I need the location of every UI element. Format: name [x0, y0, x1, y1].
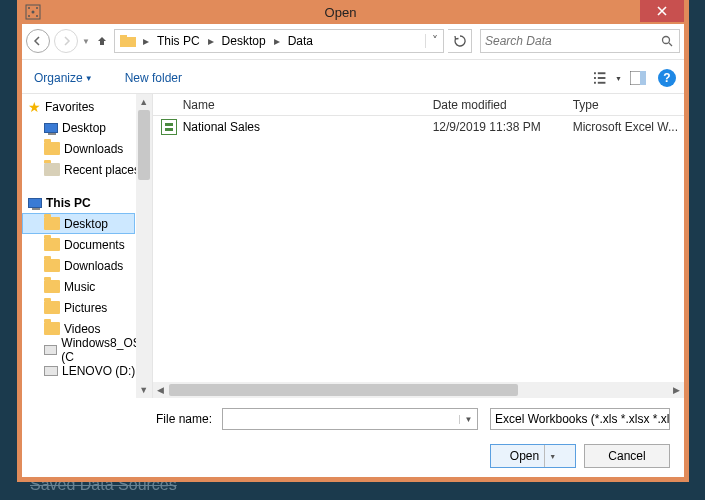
- drive-icon: [44, 345, 57, 355]
- folder-icon: [44, 301, 60, 314]
- svg-rect-9: [594, 72, 596, 74]
- excel-file-icon: [161, 119, 177, 135]
- close-icon: [657, 6, 667, 16]
- star-icon: ★: [28, 99, 41, 115]
- preview-pane-icon: [630, 71, 646, 85]
- tree-pc-desktop[interactable]: Desktop: [22, 213, 135, 234]
- scroll-left-icon[interactable]: ◀: [153, 385, 169, 395]
- scroll-up-icon[interactable]: ▲: [136, 94, 152, 110]
- organize-menu[interactable]: Organize▼: [30, 67, 97, 89]
- file-type-filter[interactable]: Excel Workbooks (*.xls *.xlsx *.xl ▼: [490, 408, 670, 430]
- help-button[interactable]: ?: [658, 69, 676, 87]
- back-button[interactable]: [26, 29, 50, 53]
- column-date[interactable]: Date modified: [433, 98, 573, 112]
- svg-rect-6: [120, 37, 136, 47]
- chevron-right-icon[interactable]: ▸: [270, 34, 284, 48]
- tree-favorites[interactable]: ★Favorites: [22, 96, 152, 117]
- svg-rect-10: [594, 77, 596, 79]
- preview-pane-button[interactable]: [624, 66, 652, 90]
- folder-icon: [44, 163, 60, 176]
- title-bar: Open: [22, 0, 684, 24]
- folder-icon: [44, 238, 60, 251]
- column-type[interactable]: Type: [573, 98, 684, 112]
- chevron-down-icon[interactable]: ▼: [544, 445, 556, 467]
- filter-label: Excel Workbooks (*.xls *.xlsx *.xl: [495, 412, 670, 426]
- chevron-down-icon: ▼: [670, 415, 671, 424]
- tree-pc-music[interactable]: Music: [22, 276, 152, 297]
- search-icon[interactable]: [655, 35, 679, 47]
- svg-point-1: [32, 11, 35, 14]
- tree-pc-downloads[interactable]: Downloads: [22, 255, 152, 276]
- breadcrumb-data[interactable]: Data: [284, 34, 317, 48]
- tree-fav-desktop[interactable]: Desktop: [22, 117, 152, 138]
- chevron-right-icon[interactable]: ▸: [204, 34, 218, 48]
- filename-row: File name: ▼ Excel Workbooks (*.xls *.xl…: [36, 408, 670, 430]
- tree-label: Pictures: [64, 301, 107, 315]
- breadcrumb-desktop[interactable]: Desktop: [218, 34, 270, 48]
- scroll-thumb[interactable]: [138, 110, 150, 180]
- view-options-button[interactable]: ▼: [594, 66, 622, 90]
- svg-point-3: [36, 7, 38, 9]
- forward-button[interactable]: [54, 29, 78, 53]
- horizontal-scrollbar[interactable]: ◀ ▶: [153, 382, 684, 398]
- tree-pc-pictures[interactable]: Pictures: [22, 297, 152, 318]
- tree-pc-win8[interactable]: Windows8_OS (C: [22, 339, 152, 360]
- recent-dropdown-icon[interactable]: ▼: [82, 37, 90, 46]
- folder-icon: [44, 142, 60, 155]
- breadcrumb-dropdown-icon[interactable]: ˅: [425, 34, 443, 48]
- svg-rect-13: [598, 77, 606, 79]
- up-arrow-icon: [96, 35, 108, 47]
- scroll-track[interactable]: [169, 384, 668, 396]
- forward-arrow-icon: [61, 36, 71, 46]
- open-dialog: Open ▼ ▸ This PC ▸ Desktop ▸ Data ˅ Orga…: [17, 0, 689, 482]
- column-headers: Name Date modified Type: [153, 94, 684, 116]
- tree-scrollbar[interactable]: ▲ ▼: [136, 94, 152, 398]
- folder-icon: [44, 217, 60, 230]
- filename-input[interactable]: [223, 412, 459, 426]
- tree-fav-recent[interactable]: Recent places: [22, 159, 152, 180]
- nav-tree: ★Favorites Desktop Downloads Recent plac…: [22, 94, 153, 398]
- tree-label: Downloads: [64, 259, 123, 273]
- file-row[interactable]: National Sales 12/9/2019 11:38 PM Micros…: [153, 116, 684, 138]
- tree-fav-downloads[interactable]: Downloads: [22, 138, 152, 159]
- scroll-down-icon[interactable]: ▼: [136, 382, 152, 398]
- computer-icon: [28, 198, 42, 208]
- nav-bar: ▼ ▸ This PC ▸ Desktop ▸ Data ˅: [22, 26, 684, 56]
- file-list: Name Date modified Type National Sales 1…: [153, 94, 684, 398]
- body-area: ★Favorites Desktop Downloads Recent plac…: [22, 93, 684, 398]
- chevron-right-icon[interactable]: ▸: [139, 34, 153, 48]
- chevron-down-icon[interactable]: ▼: [459, 415, 477, 424]
- file-name: National Sales: [183, 120, 433, 134]
- app-icon: [25, 4, 41, 20]
- tree-label: Recent places: [64, 163, 140, 177]
- drive-icon: [44, 366, 58, 376]
- organize-label: Organize: [34, 71, 83, 85]
- scroll-track[interactable]: [136, 110, 152, 382]
- svg-point-4: [28, 15, 30, 17]
- column-name[interactable]: Name: [183, 98, 433, 112]
- svg-point-8: [663, 37, 670, 44]
- up-button[interactable]: [94, 35, 110, 47]
- search-box[interactable]: [480, 29, 680, 53]
- toolbar: Organize▼ New folder ▼ ?: [22, 63, 684, 93]
- back-arrow-icon: [33, 36, 43, 46]
- tree-pc-lenovo[interactable]: LENOVO (D:): [22, 360, 152, 381]
- tree-label: LENOVO (D:): [62, 364, 135, 378]
- open-button[interactable]: Open▼: [490, 444, 576, 468]
- scroll-right-icon[interactable]: ▶: [668, 385, 684, 395]
- new-folder-button[interactable]: New folder: [121, 67, 186, 89]
- breadcrumb-thispc[interactable]: This PC: [153, 34, 204, 48]
- desktop-icon: [44, 123, 58, 133]
- cancel-button[interactable]: Cancel: [584, 444, 670, 468]
- tree-thispc[interactable]: This PC: [22, 192, 152, 213]
- folder-icon: [44, 280, 60, 293]
- tree-pc-documents[interactable]: Documents: [22, 234, 152, 255]
- search-input[interactable]: [481, 34, 655, 48]
- refresh-button[interactable]: [448, 29, 472, 53]
- filename-combo[interactable]: ▼: [222, 408, 478, 430]
- breadcrumb-bar[interactable]: ▸ This PC ▸ Desktop ▸ Data ˅: [114, 29, 444, 53]
- close-button[interactable]: [640, 0, 684, 22]
- svg-rect-14: [598, 82, 606, 84]
- scroll-thumb[interactable]: [169, 384, 519, 396]
- button-row: Open▼ Cancel: [36, 444, 670, 468]
